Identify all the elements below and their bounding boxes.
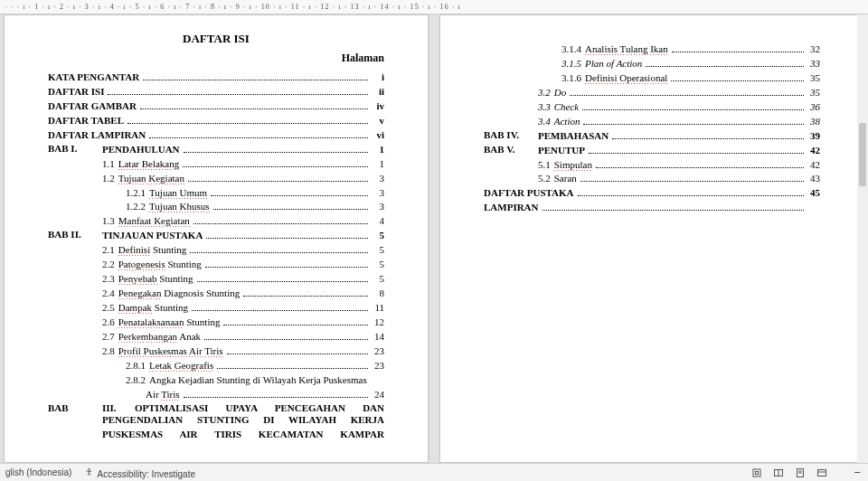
accessibility-status[interactable]: Accessibility: Investigate — [82, 466, 195, 479]
toc-entry: Air Tiris24 — [48, 388, 384, 402]
toc-entry: 3.1.4Analisis Tulang Ikan32 — [484, 42, 820, 57]
ruler-markings: · · · ı · 1 · ı · 2 · ı · 3 · ı · 4 · ı … — [5, 3, 461, 11]
toc-entry: 1.2Tujuan Kegiatan3 — [48, 172, 384, 186]
bab3-block: BABIII.OPTIMALISASI UPAYA PENCEGAHAN DAN… — [48, 402, 384, 442]
toc-entry: 2.8Profil Puskesmas Air Tiris23 — [48, 344, 384, 359]
svg-point-0 — [88, 468, 90, 470]
toc-entries-right: 3.1.4Analisis Tulang Ikan323.1.5Plan of … — [484, 42, 820, 215]
toc-entry: PENUTUP42 — [538, 144, 820, 158]
toc-entries-left: KATA PENGANTARiDAFTAR ISIiiDAFTAR GAMBAR… — [48, 71, 384, 402]
read-mode-icon[interactable] — [772, 467, 785, 479]
scroll-thumb[interactable] — [859, 123, 866, 186]
toc-entry: 1.2.1Tujuan Umum3 — [48, 186, 384, 201]
page-right: 3.1.4Analisis Tulang Ikan323.1.5Plan of … — [439, 14, 864, 463]
toc-entry: PEMBAHASAN39 — [538, 129, 820, 144]
page-left: DAFTAR ISI Halaman KATA PENGANTARiDAFTAR… — [4, 14, 429, 463]
toc-entry: 2.8.2Angka Kejadian Stunting di Wilayah … — [48, 373, 384, 388]
print-layout-icon[interactable] — [794, 467, 807, 479]
horizontal-ruler: · · · ı · 1 · ı · 2 · ı · 3 · ı · 4 · ı … — [0, 0, 868, 14]
toc-entry: 5.2Saran43 — [484, 172, 820, 186]
toc-entry: 2.7Perkembangan Anak14 — [48, 330, 384, 344]
toc-entry: 3.4Action38 — [484, 115, 820, 129]
focus-mode-icon[interactable] — [750, 467, 763, 479]
toc-entry: 2.4Penegakan Diagnosis Stunting8 — [48, 287, 384, 301]
toc-entry: 2.6Penatalaksanaan Stunting12 — [48, 316, 384, 330]
toc-entry: 1.1Latar Belakang1 — [48, 157, 384, 172]
toc-entry: DAFTAR GAMBARiv — [48, 99, 384, 114]
toc-entry: 2.3Penyebab Stunting5 — [48, 272, 384, 287]
toc-entry: 5.1Simpulan42 — [484, 158, 820, 173]
halaman-label: Halaman — [48, 52, 384, 65]
accessibility-icon — [82, 466, 95, 478]
toc-entry: DAFTAR ISIii — [48, 85, 384, 99]
toc-entry: DAFTAR PUSTAKA45 — [484, 186, 820, 201]
toc-entry: 1.2.2Tujuan Khusus3 — [48, 200, 384, 214]
vertical-scrollbar[interactable] — [857, 14, 868, 463]
svg-rect-1 — [753, 469, 760, 476]
toc-title: DAFTAR ISI — [48, 32, 384, 46]
toc-entry: 2.1Definisi Stunting5 — [48, 243, 384, 258]
toc-entry: PENDAHULUAN1 — [102, 143, 384, 157]
toc-entry: 2.5Dampak Stunting11 — [48, 301, 384, 316]
toc-entry: 3.1.6Definisi Operasional35 — [484, 71, 820, 86]
svg-rect-8 — [818, 469, 826, 476]
toc-entry: DAFTAR LAMPIRANvi — [48, 128, 384, 143]
toc-entry: LAMPIRAN — [484, 201, 820, 215]
toc-entry: KATA PENGANTARi — [48, 71, 384, 85]
toc-entry: DAFTAR TABELv — [48, 114, 384, 128]
toc-entry: 2.2Patogenesis Stunting5 — [48, 258, 384, 272]
document-area: DAFTAR ISI Halaman KATA PENGANTARiDAFTAR… — [0, 14, 868, 463]
toc-entry: 3.3Check36 — [484, 100, 820, 115]
status-bar: glish (Indonesia) Accessibility: Investi… — [0, 463, 868, 481]
toc-entry: 2.8.1Letak Geografis23 — [48, 359, 384, 373]
toc-entry: 1.3Manfaat Kegiatan4 — [48, 214, 384, 229]
toc-entry: TINJAUAN PUSTAKA5 — [102, 229, 384, 243]
web-layout-icon[interactable] — [816, 467, 828, 479]
language-status[interactable]: glish (Indonesia) — [5, 467, 71, 477]
zoom-out-minus[interactable]: − — [852, 466, 863, 479]
toc-entry: 3.1.5Plan of Action33 — [484, 57, 820, 71]
svg-rect-2 — [756, 471, 759, 474]
toc-entry: 3.2Do35 — [484, 86, 820, 100]
